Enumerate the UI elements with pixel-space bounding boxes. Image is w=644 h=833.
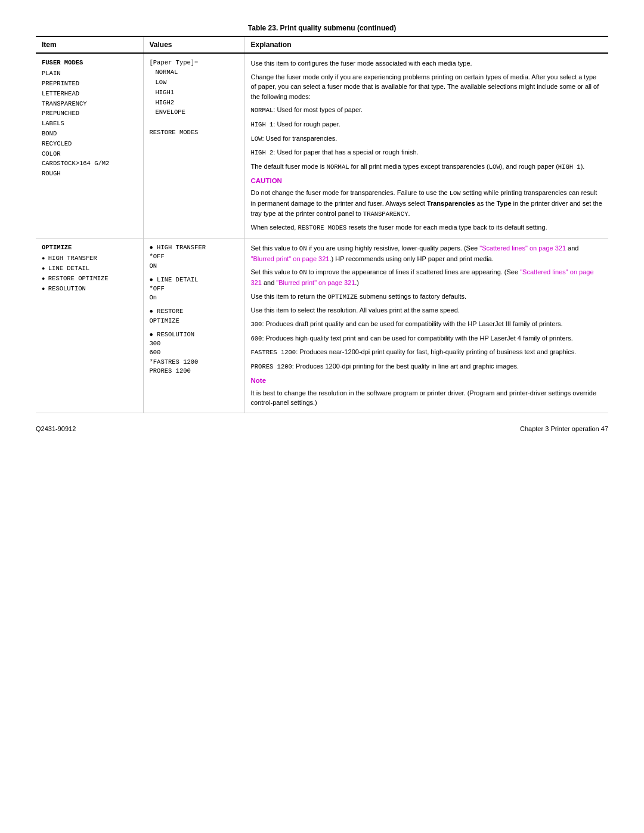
item-fuser: FUSER MODES PLAIN PREPRINTED LETTERHEAD … (36, 53, 143, 239)
list-item: RESOLUTION (42, 284, 137, 294)
list-item: LETTERHEAD (42, 89, 137, 99)
optimize-item-list: HIGH TRANSFER LINE DETAIL RESTORE OPTIMI… (42, 253, 137, 293)
exp-para: Use this item to select the resolution. … (251, 305, 603, 315)
fuser-values-list: NORMAL LOW HIGH1 HIGH2 ENVELOPE RESTORE … (150, 67, 239, 138)
list-item (150, 117, 239, 128)
footer-right: Chapter 3 Printer operation 47 (520, 425, 608, 432)
table-header-row: Item Values Explanation (36, 36, 608, 53)
values-section-header: ● HIGH TRANSFER (150, 243, 239, 252)
link-text: "Scattered lines" on page 321 (479, 244, 566, 252)
list-item: ROUGH (42, 169, 137, 179)
exp-para: The default fuser mode is NORMAL for all… (251, 162, 603, 172)
inline-mono: 300 (251, 321, 262, 328)
values-section-header: ● LINE DETAIL (150, 275, 239, 284)
list-item: RECYCLED (42, 139, 137, 149)
list-item: LOW (150, 78, 239, 88)
exp-para: PRORES 1200: Produces 1200-dpi printing … (251, 361, 603, 372)
list-item: RESTORE MODES (150, 128, 239, 138)
optimize-item-header: OPTIMIZE (42, 243, 137, 252)
inline-mono: OPTIMIZE (328, 293, 358, 301)
list-item: CARDSTOCK>164 G/M2 (42, 159, 137, 169)
item-optimize: OPTIMIZE HIGH TRANSFER LINE DETAIL RESTO… (36, 239, 143, 413)
list-item: HIGH2 (150, 98, 239, 108)
list-item: BOND (42, 129, 137, 139)
list-item: ON (150, 262, 239, 271)
inline-mono: FASTRES 1200 (251, 349, 296, 356)
list-item: ENVELOPE (150, 107, 239, 117)
inline-mono: TRANSPARENCY (363, 210, 408, 218)
list-item: PLAIN (42, 69, 137, 79)
exp-para: Set this value to ON to improve the appe… (251, 267, 603, 287)
fuser-values-header: [Paper Type]= (150, 58, 239, 67)
values-section-header: ● RESOLUTION (150, 330, 239, 339)
exp-para: LOW: Used for transparencies. (251, 134, 603, 144)
inline-mono: LOW (489, 163, 500, 171)
list-item: PREPUNCHED (42, 109, 137, 119)
values-section-header: ● RESTORE (150, 307, 239, 316)
table-title: Table 23. Print quality submenu (continu… (36, 24, 608, 32)
exp-para: HIGH 2: Used for paper that has a specia… (251, 147, 603, 158)
list-item: 600 (150, 348, 239, 357)
page-container: Table 23. Print quality submenu (continu… (36, 24, 608, 432)
exp-para: When selected, RESTORE MODES resets the … (251, 222, 603, 233)
exp-para: Set this value to ON if you are using hi… (251, 243, 603, 264)
list-item: On (150, 293, 239, 302)
values-restore-optimize-section: ● RESTORE OPTIMIZE (150, 307, 239, 325)
list-item: *FASTRES 1200 (150, 358, 239, 367)
list-item: OPTIMIZE (150, 317, 239, 326)
list-item: NORMAL (150, 67, 239, 78)
inline-mono: RESTORE MODES (298, 224, 346, 231)
list-item: HIGH1 (150, 88, 239, 98)
list-item: COLOR (42, 149, 137, 159)
inline-mono: HIGH 1 (558, 163, 581, 171)
values-fuser: [Paper Type]= NORMAL LOW HIGH1 HIGH2 ENV… (143, 53, 244, 239)
list-item: HIGH TRANSFER (42, 253, 137, 264)
explanation-optimize: Set this value to ON if you are using hi… (244, 239, 608, 413)
list-item: *OFF (150, 252, 239, 261)
list-item: *OFF (150, 284, 239, 293)
list-item: RESTORE OPTIMIZE (42, 274, 137, 284)
exp-para: 300: Produces draft print quality and ca… (251, 319, 603, 330)
exp-para: Use this item to configures the fuser mo… (251, 58, 603, 69)
exp-para: Change the fuser mode only if you are ex… (251, 72, 603, 102)
list-item: PREPRINTED (42, 79, 137, 89)
values-resolution-section: ● RESOLUTION 300 600 *FASTRES 1200 PRORE… (150, 330, 239, 376)
inline-mono: NORMAL (251, 107, 274, 114)
exp-para: Do not change the fuser mode for transpa… (251, 188, 603, 219)
fuser-item-header: FUSER MODES (42, 58, 137, 67)
inline-mono: NORMAL (327, 163, 349, 171)
header-explanation: Explanation (244, 36, 608, 53)
caution-label: CAUTION (251, 176, 603, 186)
exp-para: HIGH 1: Used for rough paper. (251, 119, 603, 130)
list-item: LABELS (42, 119, 137, 129)
list-item: TRANSPARENCY (42, 99, 137, 109)
inline-mono: HIGH 1 (251, 121, 274, 128)
explanation-fuser: Use this item to configures the fuser mo… (244, 53, 608, 239)
note-label: Note (251, 376, 603, 386)
values-high-transfer-section: ● HIGH TRANSFER *OFF ON (150, 243, 239, 271)
table-row-fuser: FUSER MODES PLAIN PREPRINTED LETTERHEAD … (36, 53, 608, 239)
inline-mono: HIGH 2 (251, 149, 274, 156)
list-item: 300 (150, 339, 239, 348)
inline-mono: ON (299, 245, 307, 252)
list-item: LINE DETAIL (42, 264, 137, 274)
main-table: Item Values Explanation FUSER MODES PLAI… (36, 36, 608, 413)
list-item: PRORES 1200 (150, 367, 239, 376)
footer-left: Q2431-90912 (36, 425, 76, 432)
fuser-item-list: PLAIN PREPRINTED LETTERHEAD TRANSPARENCY… (42, 69, 137, 179)
exp-para: It is best to change the resolution in t… (251, 388, 603, 408)
values-optimize: ● HIGH TRANSFER *OFF ON ● LINE DETAIL *O… (143, 239, 244, 413)
inline-mono: LOW (450, 190, 461, 197)
link-text: "Blurred print" on page 321 (276, 279, 355, 286)
exp-para: Use this item to return the OPTIMIZE sub… (251, 292, 603, 302)
bold-text: Type (497, 200, 512, 207)
inline-mono: PRORES 1200 (251, 363, 292, 370)
bold-text: Transparencies (427, 200, 475, 207)
inline-mono: 600 (251, 335, 262, 342)
inline-mono: ON (299, 269, 307, 276)
link-text: "Blurred print" on page 321 (251, 255, 330, 262)
footer: Q2431-90912 Chapter 3 Printer operation … (36, 425, 608, 432)
header-values: Values (143, 36, 244, 53)
table-row-optimize: OPTIMIZE HIGH TRANSFER LINE DETAIL RESTO… (36, 239, 608, 413)
exp-para: 600: Produces high-quality text print an… (251, 333, 603, 344)
